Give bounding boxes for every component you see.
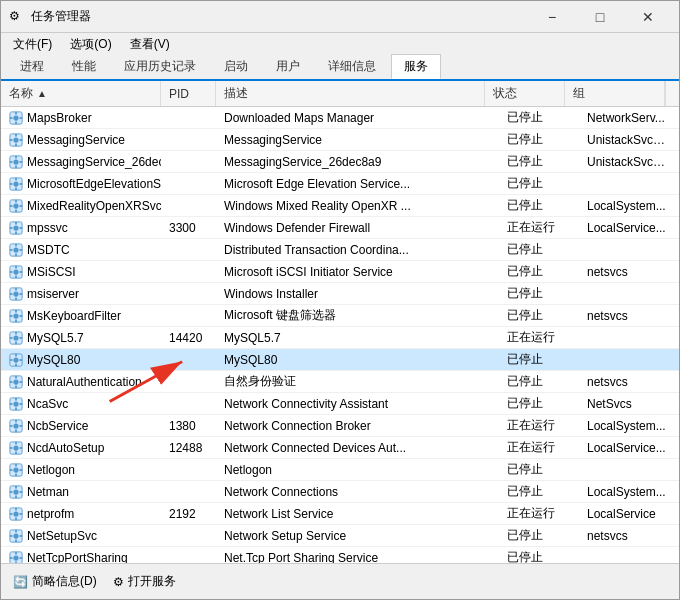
tab-app-history[interactable]: 应用历史记录 bbox=[111, 54, 209, 79]
col-header-name[interactable]: 名称 ▲ bbox=[1, 81, 161, 106]
cell-status: 已停止 bbox=[499, 481, 579, 502]
svg-point-43 bbox=[13, 269, 18, 274]
svg-point-61 bbox=[13, 335, 18, 340]
cell-group: netsvcs bbox=[579, 263, 679, 281]
tab-services[interactable]: 服务 bbox=[391, 54, 441, 79]
menu-file[interactable]: 文件(F) bbox=[5, 34, 60, 55]
service-icon bbox=[9, 309, 23, 323]
table-row[interactable]: NcbService 1380 Network Connection Broke… bbox=[1, 415, 679, 437]
cell-group bbox=[579, 292, 679, 296]
svg-rect-20 bbox=[15, 177, 17, 180]
svg-point-31 bbox=[13, 225, 18, 230]
cell-pid bbox=[161, 204, 216, 208]
table-row[interactable]: Netman Network Connections 已停止 LocalSyst… bbox=[1, 481, 679, 503]
table-row[interactable]: NcaSvc Network Connectivity Assistant 已停… bbox=[1, 393, 679, 415]
svg-rect-112 bbox=[10, 513, 13, 515]
cell-desc: Network Connections bbox=[216, 483, 499, 501]
svg-rect-26 bbox=[15, 199, 17, 202]
cell-desc: Network Connectivity Assistant bbox=[216, 395, 499, 413]
menu-view[interactable]: 查看(V) bbox=[122, 34, 178, 55]
app-icon: ⚙ bbox=[9, 9, 25, 25]
table-row[interactable]: MsKeyboardFilter Microsoft 键盘筛选器 已停止 net… bbox=[1, 305, 679, 327]
services-table[interactable]: MapsBroker Downloaded Maps Manager 已停止 N… bbox=[1, 107, 679, 563]
col-header-status[interactable]: 状态 bbox=[485, 81, 565, 106]
table-row[interactable]: MySQL5.7 14420 MySQL5.7 正在运行 bbox=[1, 327, 679, 349]
gear-icon: ⚙ bbox=[113, 575, 124, 589]
task-manager-window: ⚙ 任务管理器 − □ ✕ 文件(F) 选项(O) 查看(V) 进程 性能 应用… bbox=[0, 0, 680, 600]
tab-performance[interactable]: 性能 bbox=[59, 54, 109, 79]
table-row[interactable]: Netlogon Netlogon 已停止 bbox=[1, 459, 679, 481]
svg-rect-47 bbox=[20, 271, 23, 273]
cell-name: MixedRealityOpenXRSvc bbox=[1, 197, 161, 215]
sort-arrow-icon: ▲ bbox=[37, 88, 47, 99]
svg-rect-11 bbox=[20, 139, 23, 141]
cell-name: Netman bbox=[1, 483, 161, 501]
table-row[interactable]: MSiSCSI Microsoft iSCSI Initiator Servic… bbox=[1, 261, 679, 283]
svg-rect-15 bbox=[15, 165, 17, 168]
close-button[interactable]: ✕ bbox=[625, 2, 671, 32]
table-row[interactable]: MessagingService_26dec... MessagingServi… bbox=[1, 151, 679, 173]
tab-details[interactable]: 详细信息 bbox=[315, 54, 389, 79]
maximize-button[interactable]: □ bbox=[577, 2, 623, 32]
svg-rect-87 bbox=[15, 429, 17, 432]
svg-rect-123 bbox=[15, 561, 17, 563]
svg-point-109 bbox=[13, 511, 18, 516]
col-header-pid[interactable]: PID bbox=[161, 81, 216, 106]
menu-options[interactable]: 选项(O) bbox=[62, 34, 119, 55]
table-row[interactable]: MixedRealityOpenXRSvc Windows Mixed Real… bbox=[1, 195, 679, 217]
tab-process[interactable]: 进程 bbox=[7, 54, 57, 79]
svg-rect-106 bbox=[10, 491, 13, 493]
cell-status: 已停止 bbox=[499, 371, 579, 392]
table-row[interactable]: MessagingService MessagingService 已停止 Un… bbox=[1, 129, 679, 151]
table-row[interactable]: msiserver Windows Installer 已停止 bbox=[1, 283, 679, 305]
cell-pid bbox=[161, 490, 216, 494]
table-row[interactable]: MicrosoftEdgeElevationS... Microsoft Edg… bbox=[1, 173, 679, 195]
table-row[interactable]: NetSetupSvc Network Setup Service 已停止 ne… bbox=[1, 525, 679, 547]
svg-rect-28 bbox=[10, 205, 13, 207]
col-header-group[interactable]: 组 bbox=[565, 81, 665, 106]
cell-group bbox=[579, 468, 679, 472]
svg-rect-98 bbox=[15, 463, 17, 466]
service-icon bbox=[9, 529, 23, 543]
tab-users[interactable]: 用户 bbox=[263, 54, 313, 79]
cell-pid bbox=[161, 138, 216, 142]
svg-rect-81 bbox=[15, 407, 17, 410]
table-row[interactable]: MSDTC Distributed Transaction Coordina..… bbox=[1, 239, 679, 261]
svg-point-49 bbox=[13, 291, 18, 296]
svg-rect-69 bbox=[15, 363, 17, 366]
table-row[interactable]: NcdAutoSetup 12488 Network Connected Dev… bbox=[1, 437, 679, 459]
table-row[interactable]: mpssvc 3300 Windows Defender Firewall 正在… bbox=[1, 217, 679, 239]
cell-name: NaturalAuthentication bbox=[1, 373, 161, 391]
table-row[interactable]: NaturalAuthentication 自然身份验证 已停止 netsvcs bbox=[1, 371, 679, 393]
table-row[interactable]: MapsBroker Downloaded Maps Manager 已停止 N… bbox=[1, 107, 679, 129]
svg-rect-17 bbox=[20, 161, 23, 163]
cell-name: MessagingService_26dec... bbox=[1, 153, 161, 171]
svg-rect-70 bbox=[10, 359, 13, 361]
svg-rect-14 bbox=[15, 155, 17, 158]
cell-group bbox=[579, 182, 679, 186]
minimize-button[interactable]: − bbox=[529, 2, 575, 32]
service-icon bbox=[9, 419, 23, 433]
table-row[interactable]: MySQL80 MySQL80 已停止 bbox=[1, 349, 679, 371]
table-header: 名称 ▲ PID 描述 状态 组 bbox=[1, 81, 679, 107]
cell-desc: Distributed Transaction Coordina... bbox=[216, 241, 499, 259]
svg-rect-64 bbox=[10, 337, 13, 339]
cell-name: mpssvc bbox=[1, 219, 161, 237]
svg-point-67 bbox=[13, 357, 18, 362]
summary-button[interactable]: 🔄 简略信息(D) bbox=[13, 573, 97, 590]
cell-pid bbox=[161, 182, 216, 186]
service-icon bbox=[9, 463, 23, 477]
svg-point-13 bbox=[13, 159, 18, 164]
svg-rect-41 bbox=[20, 249, 23, 251]
table-row[interactable]: NetTcpPortSharing Net.Tcp Port Sharing S… bbox=[1, 547, 679, 563]
cell-group: LocalService bbox=[579, 505, 679, 523]
table-row[interactable]: netprofm 2192 Network List Service 正在运行 … bbox=[1, 503, 679, 525]
cell-group: netsvcs bbox=[579, 307, 679, 325]
cell-name: MapsBroker bbox=[1, 109, 161, 127]
tab-startup[interactable]: 启动 bbox=[211, 54, 261, 79]
cell-desc: Net.Tcp Port Sharing Service bbox=[216, 549, 499, 564]
summary-label: 简略信息(D) bbox=[32, 573, 97, 590]
open-services-button[interactable]: ⚙ 打开服务 bbox=[113, 573, 176, 590]
col-header-desc[interactable]: 描述 bbox=[216, 81, 485, 106]
svg-rect-107 bbox=[20, 491, 23, 493]
